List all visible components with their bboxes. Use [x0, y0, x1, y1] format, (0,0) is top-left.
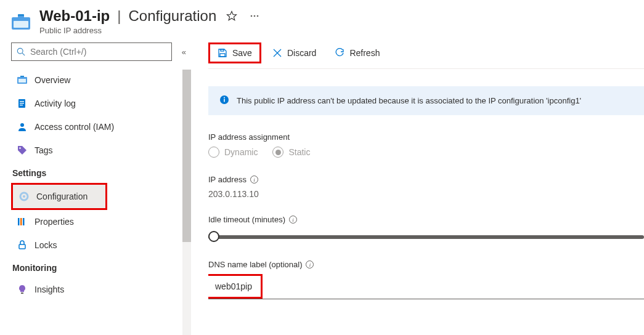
nav-group-monitoring: Monitoring: [11, 257, 186, 278]
nav-label: Access control (IAM): [35, 122, 114, 132]
refresh-label: Refresh: [349, 48, 380, 58]
search-icon: [17, 47, 25, 56]
refresh-icon: [335, 48, 344, 58]
title-separator: |: [117, 7, 121, 25]
resource-type-subtitle: Public IP address: [39, 26, 262, 35]
svg-point-32: [224, 97, 225, 99]
tags-icon: [17, 145, 27, 155]
ip-address-value: 203.0.113.10: [208, 189, 644, 199]
more-menu-icon[interactable]: [247, 9, 262, 23]
svg-point-5: [251, 15, 253, 17]
scrollbar-thumb[interactable]: [182, 70, 191, 242]
radio-label: Static: [288, 147, 310, 157]
ip-assignment-label: IP address assignment: [208, 132, 644, 142]
overview-icon: [17, 75, 27, 85]
info-tooltip-icon[interactable]: i: [250, 176, 258, 184]
svg-rect-1: [14, 21, 28, 28]
svg-point-20: [23, 195, 25, 198]
svg-rect-26: [220, 54, 225, 57]
locks-icon: [17, 240, 27, 250]
info-tooltip-icon[interactable]: i: [306, 260, 314, 268]
favorite-star-icon[interactable]: [224, 8, 240, 24]
resource-name: Web-01-ip: [39, 7, 110, 25]
radio-icon: [272, 147, 283, 158]
main-content: Save Discard Refresh: [191, 40, 644, 335]
info-banner: This public IP address can't be updated …: [208, 86, 644, 115]
blade-header: Web-01-ip | Configuration Public IP addr…: [0, 0, 644, 40]
svg-point-6: [254, 15, 256, 17]
info-icon: [219, 95, 229, 107]
access-control-icon: [17, 122, 27, 132]
discard-label: Discard: [287, 48, 316, 58]
svg-marker-4: [227, 12, 237, 20]
nav-label: Activity log: [35, 99, 76, 108]
svg-rect-22: [20, 218, 22, 225]
nav-label: Locks: [35, 240, 57, 250]
idle-timeout-slider[interactable]: [208, 229, 644, 244]
svg-point-17: [20, 123, 24, 127]
sidebar-item-tags[interactable]: Tags: [11, 139, 186, 162]
svg-rect-3: [18, 16, 24, 17]
sidebar-item-activity-log[interactable]: Activity log: [11, 92, 186, 115]
svg-rect-12: [20, 76, 24, 77]
properties-icon: [17, 217, 27, 227]
ip-assignment-radios: Dynamic Static: [208, 147, 644, 158]
sidebar-item-overview[interactable]: Overview: [11, 68, 186, 92]
idle-timeout-label: Idle timeout (minutes) i: [208, 215, 644, 224]
discard-icon: [272, 48, 282, 58]
nav-label: Insights: [35, 285, 64, 294]
toolbar: Save Discard Refresh: [208, 40, 644, 69]
save-label: Save: [232, 48, 252, 58]
ip-address-label: IP address i: [208, 175, 644, 184]
insights-icon: [17, 285, 27, 294]
radio-static: Static: [272, 147, 310, 158]
info-tooltip-icon[interactable]: i: [289, 216, 297, 224]
svg-rect-31: [224, 99, 225, 102]
svg-point-8: [17, 48, 23, 54]
nav-label: Properties: [35, 217, 74, 227]
discard-button[interactable]: Discard: [265, 44, 324, 62]
sidebar-item-properties[interactable]: Properties: [11, 210, 186, 233]
slider-track: [208, 235, 644, 239]
configuration-icon: [19, 192, 29, 201]
nav-group-settings: Settings: [11, 162, 186, 183]
sidebar-item-configuration[interactable]: Configuration: [13, 185, 105, 208]
svg-rect-27: [221, 49, 224, 51]
dns-name-label: DNS name label (optional) i: [208, 260, 644, 269]
svg-line-9: [22, 53, 25, 55]
sidebar-scrollbar[interactable]: [182, 70, 191, 335]
radio-dynamic: Dynamic: [208, 147, 258, 158]
save-icon: [218, 48, 227, 58]
collapse-sidebar-icon[interactable]: «: [179, 45, 189, 59]
dns-input-wrapper[interactable]: [208, 274, 644, 299]
svg-rect-23: [23, 218, 25, 225]
dns-name-input[interactable]: [210, 278, 257, 295]
radio-label: Dynamic: [224, 147, 258, 157]
svg-rect-16: [20, 105, 23, 105]
nav-label: Overview: [35, 75, 70, 85]
sidebar-search[interactable]: [11, 42, 172, 61]
nav-label: Configuration: [36, 192, 88, 201]
save-button[interactable]: Save: [210, 44, 259, 62]
public-ip-icon: [11, 12, 31, 31]
sidebar: « Overview: [0, 40, 191, 335]
svg-rect-15: [20, 103, 24, 103]
svg-point-18: [19, 147, 21, 149]
slider-thumb[interactable]: [208, 231, 219, 242]
activity-log-icon: [17, 99, 27, 108]
sidebar-item-access-control[interactable]: Access control (IAM): [11, 115, 186, 139]
svg-rect-21: [18, 218, 20, 225]
refresh-button[interactable]: Refresh: [327, 44, 387, 62]
sidebar-search-input[interactable]: [30, 47, 166, 57]
svg-rect-24: [19, 244, 25, 249]
svg-rect-14: [20, 101, 24, 102]
radio-icon: [208, 147, 219, 158]
sidebar-item-locks[interactable]: Locks: [11, 233, 186, 257]
svg-rect-25: [21, 293, 23, 294]
svg-rect-11: [18, 79, 26, 83]
blade-title: Configuration: [128, 7, 216, 25]
sidebar-item-insights[interactable]: Insights: [11, 278, 186, 301]
nav-label: Tags: [35, 145, 53, 155]
svg-point-7: [257, 15, 259, 17]
banner-text: This public IP address can't be updated …: [237, 96, 581, 105]
